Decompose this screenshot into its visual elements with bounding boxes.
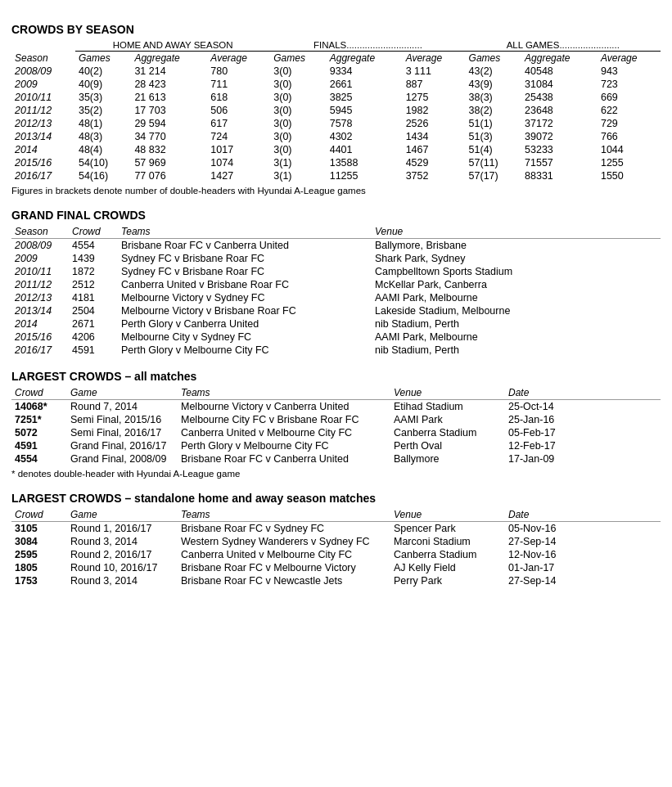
table-row: 3105Round 1, 2016/17Brisbane Roar FC v S… <box>11 522 661 536</box>
games-col-header-2: Games <box>270 52 326 65</box>
crowds-by-season-note: Figures in brackets denote number of dou… <box>11 186 661 196</box>
table-row: 2011/122512Canberra United v Brisbane Ro… <box>11 278 661 291</box>
gf-season-header: Season <box>11 225 69 239</box>
crowds-by-season-table: HOME AND AWAY SEASON FINALS.............… <box>11 39 661 182</box>
table-row: 4554Grand Final, 2008/09Brisbane Roar FC… <box>11 452 661 465</box>
ls-crowd-header: Crowd <box>11 508 67 522</box>
la-teams-header: Teams <box>178 386 390 400</box>
table-row: 2595Round 2, 2016/17Canberra United v Me… <box>11 548 661 561</box>
largest-all-table: Crowd Game Teams Venue Date 14068*Round … <box>11 386 661 465</box>
gf-venue-header: Venue <box>372 225 661 239</box>
largest-standalone-section: LARGEST CROWDS – standalone home and awa… <box>11 492 661 587</box>
table-row: 2012/1348(1)29 5946173(0)7578252651(1)37… <box>11 117 661 130</box>
grand-final-table: Season Crowd Teams Venue 2008/094554Bris… <box>11 225 661 357</box>
table-row: 5072Semi Final, 2016/17Canberra United v… <box>11 426 661 439</box>
average-col-header-2: Average <box>403 52 466 65</box>
ls-teams-header: Teams <box>178 508 390 522</box>
largest-standalone-title: LARGEST CROWDS – standalone home and awa… <box>11 492 661 505</box>
table-row: 2016/1754(16)77 07614273(1)11255375257(1… <box>11 169 661 182</box>
table-row: 2013/142504Melbourne Victory v Brisbane … <box>11 304 661 317</box>
ls-date-header: Date <box>505 508 661 522</box>
table-row: 200940(9)28 4237113(0)266188743(9)310847… <box>11 78 661 91</box>
largest-all-title: LARGEST CROWDS – all matches <box>11 370 661 383</box>
average-col-header-3: Average <box>598 52 661 65</box>
largest-all-section: LARGEST CROWDS – all matches Crowd Game … <box>11 370 661 479</box>
aggregate-col-header-2: Aggregate <box>327 52 403 65</box>
table-row: 3084Round 3, 2014Western Sydney Wanderer… <box>11 535 661 548</box>
table-row: 1805Round 10, 2016/17Brisbane Roar FC v … <box>11 561 661 574</box>
grand-final-section: GRAND FINAL CROWDS Season Crowd Teams Ve… <box>11 209 661 357</box>
gf-crowd-header: Crowd <box>69 225 118 239</box>
games-col-header-3: Games <box>466 52 521 65</box>
table-row: 20142671Perth Glory v Canberra Unitednib… <box>11 317 661 331</box>
table-row: 7251*Semi Final, 2015/16Melbourne City F… <box>11 413 661 426</box>
table-row: 14068*Round 7, 2014Melbourne Victory v C… <box>11 400 661 414</box>
grand-final-title: GRAND FINAL CROWDS <box>11 209 661 222</box>
table-row: 2010/1135(3)21 6136183(0)3825127538(3)25… <box>11 91 661 104</box>
aggregate-col-header-1: Aggregate <box>131 52 207 65</box>
finals-header: FINALS............................. <box>270 39 465 52</box>
largest-all-note: * denotes double-header with Hyundai A-L… <box>11 469 661 479</box>
season-col-header: Season <box>11 52 75 65</box>
table-row: 2013/1448(3)34 7707243(0)4302143451(3)39… <box>11 130 661 143</box>
gf-teams-header: Teams <box>118 225 372 239</box>
home-away-header: HOME AND AWAY SEASON <box>75 39 270 52</box>
la-date-header: Date <box>505 386 661 400</box>
table-row: 2008/0940(2)31 2147803(0)93343 11143(2)4… <box>11 65 661 78</box>
table-row: 2015/1654(10)57 96910743(1)13588452957(1… <box>11 156 661 169</box>
games-col-header-1: Games <box>75 52 131 65</box>
season-spacer <box>11 39 75 52</box>
aggregate-col-header-3: Aggregate <box>521 52 598 65</box>
all-games-header: ALL GAMES....................... <box>466 39 661 52</box>
average-col-header-1: Average <box>207 52 270 65</box>
la-game-header: Game <box>67 386 178 400</box>
table-row: 2016/174591Perth Glory v Melbourne City … <box>11 344 661 357</box>
table-row: 4591Grand Final, 2016/17Perth Glory v Me… <box>11 439 661 452</box>
ls-game-header: Game <box>67 508 178 522</box>
la-venue-header: Venue <box>390 386 505 400</box>
ls-venue-header: Venue <box>390 508 505 522</box>
table-row: 2015/164206Melbourne City v Sydney FCAAM… <box>11 331 661 344</box>
table-row: 2012/134181Melbourne Victory v Sydney FC… <box>11 291 661 304</box>
crowds-by-season-title: CROWDS BY SEASON <box>11 23 661 36</box>
table-row: 1753Round 3, 2014Brisbane Roar FC v Newc… <box>11 574 661 587</box>
table-row: 20091439Sydney FC v Brisbane Roar FCShar… <box>11 252 661 265</box>
table-row: 2008/094554Brisbane Roar FC v Canberra U… <box>11 239 661 253</box>
table-row: 2010/111872Sydney FC v Brisbane Roar FCC… <box>11 265 661 278</box>
table-row: 201448(4)48 83210173(0)4401146751(4)5323… <box>11 143 661 156</box>
crowds-by-season-section: CROWDS BY SEASON HOME AND AWAY SEASON FI… <box>11 23 661 196</box>
largest-standalone-table: Crowd Game Teams Venue Date 3105Round 1,… <box>11 508 661 587</box>
la-crowd-header: Crowd <box>11 386 67 400</box>
table-row: 2011/1235(2)17 7035063(0)5945198238(2)23… <box>11 104 661 117</box>
